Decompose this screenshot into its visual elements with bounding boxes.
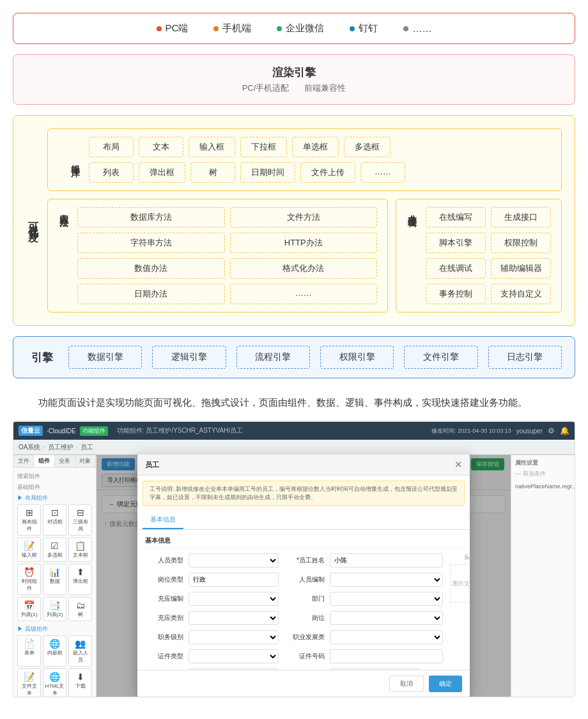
ide-comp-icon-1: ⊞: [19, 507, 39, 518]
platform-section: PC端 手机端 企业微信 钉钉 ……: [13, 13, 575, 44]
ide-comp-cell-2[interactable]: ⊡ 对话框: [43, 504, 66, 536]
biz-grid: 在线编写 生成接口 脚本引擎 权限控制 在线调试 辅助编辑器 事务控制 支持自定…: [426, 207, 551, 304]
ide-secondbar: OA系统 › 员工维护 › 员工: [13, 440, 575, 455]
ide-comp-icon-4: 📝: [19, 541, 39, 551]
engine-file: 文件引擎: [404, 346, 477, 369]
ide-right-panel: 属性设置 — 筛选条件 nativePlaceName.regr...: [511, 455, 575, 697]
select-career[interactable]: [330, 630, 443, 644]
ide-sep2: ›: [76, 444, 78, 451]
ide-comp-cell-8[interactable]: 📊 数据: [43, 564, 66, 595]
ide-comp-cell-12[interactable]: 🗂 树: [68, 597, 92, 621]
modal-avatar-area: 头像 图片文件上传: [451, 553, 470, 670]
engine-data: 数据引擎: [68, 346, 142, 369]
comp-row-1: 布局 文本 输入框 下拉框 单选框 多选框: [89, 137, 551, 157]
biz-row-1: 在线编写 生成接口: [426, 207, 551, 228]
ide-comp-cell-16[interactable]: 📝 文件文本: [17, 669, 41, 697]
platform-pc-label: PC端: [166, 22, 189, 35]
ide-comp-cell-17[interactable]: 🌐 HTML文本: [43, 669, 66, 697]
ide-comp-label-17: HTML文本: [45, 683, 65, 696]
comp-layout: 布局: [89, 137, 134, 157]
ide-bell-icon[interactable]: 🔔: [560, 426, 569, 435]
ide-comp-cell-13[interactable]: 📄 表单: [17, 635, 41, 667]
dot-pc: [157, 26, 162, 31]
ide-comp-icon-3: ⊟: [70, 507, 90, 518]
select-post[interactable]: [330, 611, 443, 625]
ide-comp-icon-16: 📝: [19, 672, 39, 682]
ide-comp-cell-7[interactable]: ⏰ 时间组件: [17, 564, 41, 595]
method-file: 文件方法: [230, 207, 378, 228]
select-job-level[interactable]: [189, 630, 279, 644]
modal-cancel-button[interactable]: 取消: [389, 676, 424, 692]
ide-comp-cell-10[interactable]: 📅 列表(1): [17, 597, 41, 621]
select-compile[interactable]: [189, 592, 279, 606]
ide-comp-label-18: 下载: [75, 683, 86, 689]
biz-debug: 在线调试: [426, 258, 486, 279]
bottom-visual: 内置办法 数据库方法 文件方法 字符串方法 HTTP办法 数值办法 格式化办法: [47, 199, 562, 313]
label-compile: 充应编制: [145, 594, 183, 603]
modal-form-columns: 人员类型 岗位类型 充应编制: [145, 553, 462, 670]
ide-comp-cell-1[interactable]: ⊞ 画布组件: [17, 504, 41, 536]
modal-tab-basic[interactable]: 基本信息: [143, 511, 183, 529]
select-staff-compile[interactable]: [330, 573, 443, 587]
comp-list: 列表: [89, 162, 134, 183]
ide-comp-icon-9: ⬆: [70, 567, 90, 577]
input-id-num[interactable]: [330, 649, 443, 663]
ide-comp-label-3: 三级布局: [73, 519, 88, 532]
select-dept[interactable]: [330, 592, 443, 606]
platform-mobile: 手机端: [213, 22, 251, 35]
label-staff-compile: 人员编制: [286, 575, 325, 584]
visual-dev-content: 组件库 布局 文本 输入框 下拉框 单选框 多选框 列表 弹出框 树 日期时间 …: [47, 128, 562, 313]
form-row-post: 岗位: [286, 611, 443, 625]
ide-comp-cell-3[interactable]: ⊟ 三级布局: [68, 504, 92, 536]
comp-more: ……: [360, 162, 405, 183]
ide-comp-cell-6[interactable]: 📋 文本框: [68, 537, 92, 562]
ide-main: 文件 组件 业务 对象 搜索组件 基础组件 ▶ 布局组件 ⊞: [13, 455, 575, 697]
form-row-id-type: 证件类型: [145, 649, 279, 663]
input-name[interactable]: [330, 553, 443, 568]
methods-grid: 数据库方法 文件方法 字符串方法 HTTP办法 数值办法 格式化办法 日期办法 …: [77, 207, 377, 304]
ide-brand: ·CloudIDE: [47, 428, 76, 435]
select-person-type[interactable]: [189, 553, 279, 568]
comp-grid: 布局 文本 输入框 下拉框 单选框 多选框 列表 弹出框 树 日期时间 文件上传…: [89, 137, 551, 183]
ide-tab-components[interactable]: 组件: [34, 455, 54, 467]
select-category[interactable]: [189, 611, 279, 625]
ide-comp-cell-4[interactable]: 📝 输入框: [17, 537, 41, 562]
input-post-type[interactable]: [189, 573, 279, 587]
ide-comp-cell-14[interactable]: 🌐 内嵌框: [43, 635, 66, 667]
ide-comp-label-12: 树: [78, 612, 83, 617]
form-row-staff-compile: 人员编制: [286, 573, 443, 587]
ide-comp-grid2: 📄 表单 🌐 内嵌框 👥 嵌入人员 📝: [17, 635, 92, 697]
ide-comp-header-basic[interactable]: 搜索组件: [17, 470, 92, 483]
ide-comp-cell-5[interactable]: ☑ 多选框: [43, 537, 66, 562]
modal-confirm-button[interactable]: 确定: [429, 676, 462, 692]
render-sub1: PC/手机适配: [242, 82, 290, 94]
biz-script: 脚本引擎: [426, 233, 486, 253]
form-row-career: 职业发展类: [286, 630, 443, 644]
ide-comp-icon-7: ⏰: [19, 567, 39, 577]
ide-comp-label-10: 列表(1): [21, 612, 38, 617]
ide-tab-file[interactable]: 文件: [13, 455, 34, 467]
ide-tab-business[interactable]: 业务: [55, 455, 75, 467]
comp-datetime: 日期时间: [240, 162, 295, 183]
ide-comp-cell-9[interactable]: ⬆ 弹出框: [68, 564, 92, 595]
ide-tab-others[interactable]: 对象: [75, 455, 96, 467]
form-row-category: 充应类别: [145, 611, 279, 625]
ide-comp-group-btn2[interactable]: ▶ 高级组件: [17, 625, 92, 633]
ide-comp-cell-18[interactable]: ⬇ 下载: [68, 669, 92, 697]
ide-screenshot: 信量云 ·CloudIDE 功能组件 功能组件: 员工维护/YSCHR_ASTY…: [13, 422, 575, 697]
ide-comp-cell-11[interactable]: 📑 列表(2): [43, 597, 66, 621]
engine-section: 引擎 数据引擎 逻辑引擎 流程引擎 权限引擎 文件引擎 日志引擎: [13, 336, 575, 378]
ide-settings-icon[interactable]: ⚙: [548, 426, 555, 435]
avatar-upload[interactable]: 图片文件上传: [451, 564, 470, 603]
select-id-type[interactable]: [189, 649, 279, 663]
method-row-3: 数值办法 格式化办法: [77, 258, 377, 279]
ide-comp-label-2: 对话框: [47, 519, 63, 525]
platform-more-label: ……: [412, 23, 431, 34]
ide-comp-cell-15[interactable]: 👥 嵌入人员: [68, 635, 92, 667]
methods-label: 内置办法: [58, 207, 70, 304]
method-number: 数值办法: [77, 258, 225, 279]
ide-comp-icon-8: 📊: [45, 567, 65, 577]
modal-warning: 工号说明: 新增或修改企业单本单编用工号的员工，编号将根据位数入当时时间可自动增…: [143, 490, 465, 506]
modal-section-title: 基本信息: [145, 536, 462, 548]
ide-comp-group-btn[interactable]: ▶ 布局组件: [17, 494, 92, 502]
